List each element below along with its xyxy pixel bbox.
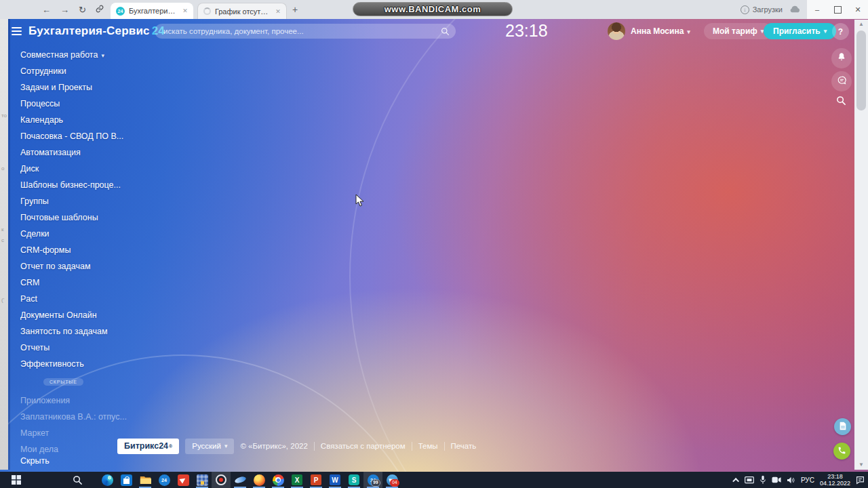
maximize-button[interactable]: [827, 0, 848, 19]
new-tab-button[interactable]: [292, 4, 298, 15]
page-footer: Битрикс24® Русский © «Битрикс», 2022 Свя…: [117, 438, 476, 454]
bitrix24-app-icon[interactable]: [155, 472, 174, 488]
firefox-icon[interactable]: [250, 472, 269, 488]
language-selector[interactable]: Русский: [185, 439, 234, 454]
red-arrow-app-icon[interactable]: [174, 472, 193, 488]
sidebar-item-crm-formy[interactable]: CRM-формы: [20, 242, 123, 258]
tab-buhgalteria-servis[interactable]: Бухгалтерия-Сервис: [111, 3, 193, 19]
back-icon[interactable]: [42, 5, 51, 14]
sidebar-item-zanyatost[interactable]: Занятость по задачам: [20, 323, 123, 340]
downloads-button[interactable]: Загрузки: [741, 5, 783, 14]
close-button[interactable]: [848, 0, 868, 19]
sidebar-hidden-menu: Приложения Заплатникова В.А.: отпус... М…: [20, 392, 127, 458]
word-icon[interactable]: [326, 472, 344, 488]
microsoft-store-icon[interactable]: [117, 472, 136, 488]
tray-clock[interactable]: 23:18 04.12.2022: [820, 473, 850, 487]
taskbar-search-button[interactable]: [68, 472, 87, 488]
rail-search-button[interactable]: [836, 96, 846, 108]
sidebar-item-moi-dela[interactable]: Мои дела: [20, 441, 127, 458]
document-cloud-icon: [839, 421, 847, 433]
sidebar-hide-link[interactable]: Скрыть: [20, 456, 50, 466]
sidebar-item-dokumenty-onlain[interactable]: Документы Онлайн: [20, 307, 123, 323]
screen-share-icon[interactable]: [745, 476, 754, 484]
tray-expand-icon[interactable]: [732, 477, 739, 484]
sidebar-item-sovmestnaya-rabota[interactable]: Совместная работа: [20, 47, 123, 63]
scroll-up-icon[interactable]: [854, 20, 868, 29]
search-input[interactable]: [155, 24, 456, 39]
sidebar-item-crm[interactable]: CRM: [20, 274, 123, 291]
minimize-button[interactable]: [807, 0, 827, 19]
search-icon[interactable]: [441, 26, 450, 39]
sidebar-menu: Совместная работа Сотрудники Задачи и Пр…: [20, 47, 123, 372]
telephony-button[interactable]: [833, 443, 850, 460]
camera-icon[interactable]: [772, 476, 781, 483]
sidebar-item-shablony[interactable]: Шаблоны бизнес-проце...: [20, 177, 123, 193]
messenger-app-icon[interactable]: 04: [382, 472, 401, 488]
phone-icon: [837, 445, 846, 458]
reload-icon[interactable]: [79, 5, 86, 14]
sidebar-item-sdelki[interactable]: Сделки: [20, 226, 123, 242]
sidebar-item-pochasovka[interactable]: Почасовка - СВОД ПО В...: [20, 128, 123, 144]
s-app-icon[interactable]: [344, 472, 363, 488]
excel-icon[interactable]: [288, 472, 307, 488]
messenger-button[interactable]: [831, 71, 852, 92]
sidebar-item-zadachi[interactable]: Задачи и Проекты: [20, 79, 123, 96]
menu-hamburger-icon[interactable]: [12, 27, 22, 35]
unread-badge: 04: [390, 479, 399, 487]
sidebar-item-market[interactable]: Маркет: [20, 425, 127, 441]
sidebar-item-prilozheniya[interactable]: Приложения: [20, 392, 127, 409]
sidebar-item-processy[interactable]: Процессы: [20, 96, 123, 112]
chrome-icon[interactable]: [269, 472, 288, 488]
help-button[interactable]: [832, 23, 849, 40]
scrollbar-thumb[interactable]: [856, 30, 866, 110]
close-tab-icon[interactable]: [275, 8, 281, 15]
sidebar-item-gruppy[interactable]: Группы: [20, 193, 123, 209]
bandicam-watermark: www.BANDICAM.com: [353, 2, 513, 16]
search-bar: [155, 24, 456, 39]
sidebar-item-pact[interactable]: Pact: [20, 291, 123, 307]
themes-link[interactable]: Темы: [418, 442, 438, 450]
sidebar-item-sotrudniki[interactable]: Сотрудники: [20, 63, 123, 79]
notifications-button[interactable]: [831, 48, 852, 68]
bitrix-page: то о к с (' Бухгалтерия-Сервис24 23:18 А…: [0, 19, 868, 472]
file-explorer-icon[interactable]: [136, 472, 155, 488]
powerpoint-icon[interactable]: [307, 472, 326, 488]
sidebar-item-pochtovye-shablony[interactable]: Почтовые шаблоны: [20, 209, 123, 226]
user-avatar[interactable]: [608, 22, 625, 40]
partner-link[interactable]: Связаться с партнером: [321, 442, 406, 450]
cloud-icon[interactable]: [789, 3, 800, 16]
invite-button[interactable]: Пригласить: [764, 23, 836, 39]
sidebar-item-avtomatizaciya[interactable]: Автоматизация: [20, 144, 123, 161]
sidebar-item-disk[interactable]: Диск: [20, 161, 123, 177]
sidebar-item-kalendar[interactable]: Календарь: [20, 112, 123, 128]
action-center-icon[interactable]: [856, 476, 865, 485]
microphone-icon[interactable]: [760, 475, 766, 485]
remote-desktop-icon[interactable]: [193, 472, 212, 488]
bell-icon: [837, 52, 846, 64]
language-indicator[interactable]: РУС: [801, 476, 814, 484]
bitrix24-desktop-icon[interactable]: 99: [363, 472, 382, 488]
edge-icon[interactable]: [98, 472, 117, 488]
link-icon[interactable]: [96, 5, 104, 14]
screen: Бухгалтерия-Сервис График отсутствий Заг…: [0, 0, 868, 488]
comet-browser-icon[interactable]: [231, 472, 250, 488]
user-menu[interactable]: Анна Мосина: [631, 26, 690, 36]
scroll-down-icon[interactable]: [854, 460, 868, 470]
bitrix24-brand-button[interactable]: Битрикс24®: [117, 439, 179, 454]
sidebar-item-otchety[interactable]: Отчеты: [20, 340, 123, 356]
sidebar-item-otchet-po-zadacham[interactable]: Отчет по задачам: [20, 258, 123, 274]
speaker-icon[interactable]: [787, 476, 795, 484]
system-tray: РУС 23:18 04.12.2022: [734, 472, 868, 488]
tab-title: График отсутствий: [215, 7, 271, 16]
document-sync-button[interactable]: [834, 418, 851, 435]
close-tab-icon[interactable]: [182, 7, 188, 14]
forward-icon[interactable]: [60, 5, 69, 14]
page-scrollbar[interactable]: [854, 20, 868, 470]
print-link[interactable]: Печать: [451, 442, 477, 450]
sidebar-item-effektivnost[interactable]: Эффективность: [20, 356, 123, 372]
tab-grafik-otsutstviy[interactable]: График отсутствий: [197, 3, 287, 19]
tariff-button[interactable]: Мой тариф: [704, 23, 772, 39]
start-button[interactable]: [7, 472, 26, 488]
sidebar-item-zaplatnikova[interactable]: Заплатникова В.А.: отпус...: [20, 409, 127, 425]
bandicam-icon[interactable]: [212, 472, 231, 488]
